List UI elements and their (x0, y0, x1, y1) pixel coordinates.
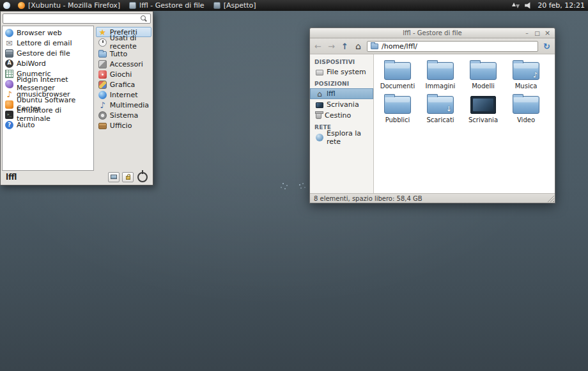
category-label: Accessori (110, 60, 143, 68)
menu-button[interactable] (0, 0, 13, 11)
file-item-modelli[interactable]: Modelli (462, 58, 504, 92)
category-label: Internet (110, 91, 138, 99)
music-emblem: ♪ (533, 71, 538, 79)
category-label: Grafica (110, 81, 135, 89)
sidebar-item-trash[interactable]: Cestino (310, 110, 373, 121)
sidebar-item-label: Esplora la rete (327, 129, 371, 146)
sidebar-item-label: File system (327, 68, 366, 76)
menu-app-email[interactable]: Lettore di email (3, 38, 93, 48)
forward-button[interactable] (327, 42, 336, 51)
resize-grip[interactable] (547, 195, 554, 202)
application-menu: Browser web Lettore di email Gestore dei… (0, 11, 153, 186)
file-item-video[interactable]: Video (505, 92, 547, 126)
menu-category-multimedia[interactable]: Multimedia (96, 100, 151, 110)
sidebar-item-browse-network[interactable]: Esplora la rete (310, 132, 373, 143)
terminal-icon (5, 111, 13, 119)
gear-icon (98, 111, 107, 120)
menu-app-browser-web[interactable]: Browser web (3, 28, 93, 38)
status-text: 8 elementi, spazio libero: 58,4 GB (314, 195, 422, 202)
folder-music-icon: ♪ (513, 62, 539, 80)
home-button[interactable] (353, 42, 363, 51)
menu-category-internet[interactable]: Internet (96, 90, 151, 100)
network-icon (316, 134, 323, 141)
close-button[interactable] (544, 29, 551, 37)
sidebar-item-label: Scrivania (327, 100, 359, 109)
back-button[interactable] (313, 42, 323, 51)
maximize-button[interactable] (534, 29, 541, 37)
category-label: Multimedia (110, 101, 149, 109)
file-item-scrivania[interactable]: Scrivania (462, 92, 504, 126)
task-list: [Xubuntu - Mozilla Firefox] lffl - Gesto… (18, 1, 256, 10)
categories-list: Preferiti Usati di recente Tutto Accesso… (96, 26, 151, 171)
search-icon (140, 15, 148, 22)
abiword-icon (5, 59, 13, 68)
lock-icon (126, 176, 130, 180)
menu-category-giochi[interactable]: Giochi (96, 69, 151, 79)
window-titlebar[interactable]: lffl - Gestore di file (310, 28, 555, 38)
sidebar-item-file-system[interactable]: File system (310, 67, 373, 77)
menu-category-recenti[interactable]: Usati di recente (96, 37, 151, 47)
file-label: Musica (515, 83, 538, 90)
window-body: DISPOSITIVI File system POSIZIONI lffl S… (310, 54, 555, 193)
category-label: Sistema (110, 111, 138, 120)
folder-icon (384, 62, 411, 80)
appearance-icon (213, 2, 220, 9)
file-cabinet-icon (5, 49, 13, 58)
wallpaper-dots (282, 183, 284, 184)
menu-app-file-manager[interactable]: Gestore dei file (3, 48, 93, 58)
app-label: Browser web (17, 29, 62, 37)
menu-category-grafica[interactable]: Grafica (96, 79, 151, 90)
refresh-button[interactable] (542, 42, 552, 51)
path-text: /home/lffl/ (382, 42, 417, 51)
palette-icon (98, 81, 107, 89)
file-item-immagini[interactable]: Immagini (419, 58, 461, 92)
folder-icon (427, 62, 454, 80)
settings-button[interactable] (108, 172, 120, 182)
trash-icon (316, 113, 321, 119)
taskbar-item-label: [Xubuntu - Mozilla Firefox] (28, 1, 120, 10)
clock-icon (98, 38, 107, 47)
sidebar-header-devices: DISPOSITIVI (310, 56, 373, 67)
taskbar-item-firefox[interactable]: [Xubuntu - Mozilla Firefox] (18, 1, 120, 10)
file-label: Scrivania (468, 116, 498, 123)
sidebar-item-desktop[interactable]: Scrivania (310, 99, 373, 110)
system-tray: 20 feb, 12:21 (512, 1, 588, 10)
file-item-musica[interactable]: ♪ Musica (505, 58, 547, 92)
category-label: Ufficio (110, 122, 132, 130)
minimize-button[interactable] (523, 29, 530, 37)
taskbar-item-appearance[interactable]: [Aspetto] (213, 1, 256, 10)
menu-columns: Browser web Lettore di email Gestore dei… (2, 26, 151, 171)
menu-category-accessori[interactable]: Accessori (96, 59, 151, 69)
path-field[interactable]: /home/lffl/ (367, 41, 538, 52)
applications-list: Browser web Lettore di email Gestore dei… (2, 26, 94, 171)
taskbar-item-file-manager[interactable]: lffl - Gestore di file (129, 1, 205, 10)
menu-footer: lffl (1, 169, 153, 185)
mail-envelope-icon (5, 39, 13, 47)
search-input[interactable] (3, 15, 140, 23)
volume-tray-icon[interactable] (525, 2, 532, 9)
menu-category-ufficio[interactable]: Ufficio (96, 120, 151, 130)
software-bag-icon (5, 100, 13, 109)
file-item-pubblici[interactable]: Pubblici (376, 92, 419, 126)
window-controls (523, 29, 555, 37)
network-tray-icon[interactable] (512, 2, 520, 9)
lock-screen-button[interactable] (122, 172, 134, 182)
help-icon (5, 121, 13, 129)
power-button[interactable] (137, 172, 148, 182)
folder-icon (513, 96, 539, 114)
menu-app-pidgin[interactable]: Pidgin Internet Messenger (3, 79, 93, 89)
games-icon (98, 70, 107, 79)
file-item-documenti[interactable]: Documenti (376, 58, 419, 92)
panel-clock[interactable]: 20 feb, 12:21 (538, 1, 585, 10)
menu-app-terminal[interactable]: Emulatore di terminale (3, 109, 93, 120)
desktop-icon (316, 102, 323, 108)
file-manager-icon (129, 2, 136, 9)
menu-app-abiword[interactable]: AbiWord (3, 58, 93, 68)
menu-category-sistema[interactable]: Sistema (96, 110, 151, 120)
file-list-view: Documenti Immagini Modelli ♪ Musica Pubb… (374, 54, 555, 193)
file-label: Pubblici (385, 116, 410, 123)
file-item-scaricati[interactable]: ↓ Scaricati (419, 92, 461, 126)
up-button[interactable] (340, 42, 350, 51)
folder-icon (384, 96, 411, 114)
sidebar-item-home[interactable]: lffl (310, 88, 373, 99)
